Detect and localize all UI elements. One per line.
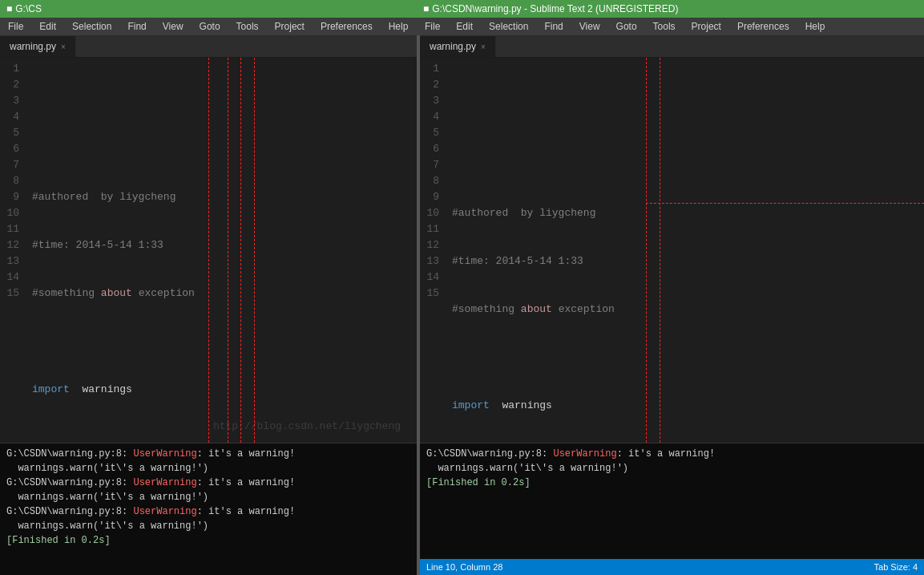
right-menu-project[interactable]: Project — [684, 18, 729, 35]
right-tab-warning-py[interactable]: warning.py × — [420, 36, 496, 57]
left-title-bar: ■ G:\CS — [0, 0, 417, 18]
right-code-line-2: #time: 2014-5-14 1:33 — [452, 253, 918, 269]
right-pane: warning.py × 12345 678910 1112131415 — [420, 35, 924, 575]
right-status-bar: Line 10, Column 28 Tab Size: 4 — [420, 559, 924, 575]
right-menu-edit[interactable]: Edit — [448, 18, 481, 35]
code-line-5: import warnings — [32, 382, 410, 398]
left-terminal: G:\CSDN\warning.py:8: UserWarning: it's … — [0, 443, 417, 575]
left-menu-view[interactable]: View — [155, 18, 192, 35]
right-menu-find[interactable]: Find — [536, 18, 571, 35]
left-menu-selection[interactable]: Selection — [64, 18, 119, 35]
left-menu-tools[interactable]: Tools — [228, 18, 267, 35]
right-window-title: G:\CSDN\warning.py - Sublime Text 2 (UNR… — [432, 3, 678, 14]
right-tab-bar: warning.py × — [420, 35, 924, 58]
left-terminal-line-1: G:\CSDN\warning.py:8: UserWarning: it's … — [6, 447, 410, 461]
left-terminal-line-5: G:\CSDN\warning.py:8: UserWarning: it's … — [6, 504, 410, 519]
right-code-area[interactable]: 12345 678910 1112131415 #authored by liy… — [420, 58, 924, 443]
right-window-icon: ■ — [423, 3, 429, 14]
right-terminal: G:\CSDN\warning.py:8: UserWarning: it's … — [420, 443, 924, 559]
right-menu-file[interactable]: File — [417, 18, 448, 35]
left-code-content[interactable]: #authored by liygcheng #time: 2014-5-14 … — [26, 58, 417, 443]
code-line-4 — [32, 334, 410, 350]
left-terminal-line-4: warnings.warn('it\'s a warning!') — [6, 490, 410, 504]
code-line-3: #something about exception — [32, 285, 410, 302]
code-line-1: #authored by liygcheng — [32, 189, 410, 205]
right-code-line-5: import warnings — [452, 398, 918, 414]
left-menu-bar: File Edit Selection Find View Goto Tools… — [0, 18, 417, 35]
right-menu-selection[interactable]: Selection — [481, 18, 536, 35]
right-line-numbers: 12345 678910 1112131415 — [420, 58, 446, 443]
right-menu-view[interactable]: View — [571, 18, 608, 35]
code-line-6 — [32, 430, 410, 443]
right-code-line-4 — [452, 350, 918, 366]
left-terminal-line-7: [Finished in 0.2s] — [6, 533, 410, 548]
left-menu-project[interactable]: Project — [267, 18, 313, 35]
left-terminal-line-3: G:\CSDN\warning.py:8: UserWarning: it's … — [6, 476, 410, 490]
status-tab-size: Tab Size: 4 — [874, 562, 918, 572]
right-menu-goto[interactable]: Goto — [608, 18, 645, 35]
left-tab-label: warning.py — [10, 41, 56, 52]
left-pane: warning.py × 12345 678910 1112131415 — [0, 35, 417, 575]
left-menu-find[interactable]: Find — [119, 18, 154, 35]
right-menu-bar: File Edit Selection Find View Goto Tools… — [417, 18, 924, 35]
left-terminal-line-2: warnings.warn('it\'s a warning!') — [6, 461, 410, 476]
right-menu-preferences[interactable]: Preferences — [729, 18, 797, 35]
right-code-line-3: #something about exception — [452, 302, 918, 318]
right-menu-help[interactable]: Help — [797, 18, 833, 35]
right-tab-label: warning.py — [430, 41, 476, 52]
left-menu-file[interactable]: File — [0, 18, 31, 35]
left-code-area[interactable]: 12345 678910 1112131415 #authored by liy… — [0, 58, 417, 443]
right-terminal-line-3: [Finished in 0.2s] — [426, 476, 918, 490]
left-line-numbers: 12345 678910 1112131415 — [0, 58, 26, 443]
right-tab-close[interactable]: × — [481, 43, 486, 51]
left-menu-edit[interactable]: Edit — [31, 18, 64, 35]
left-menu-goto[interactable]: Goto — [192, 18, 228, 35]
left-window-title: G:\CS — [15, 3, 42, 14]
left-window-icon: ■ — [6, 3, 12, 14]
right-terminal-line-2: warnings.warn('it\'s a warning!') — [426, 461, 918, 476]
right-cursor-hline — [646, 203, 924, 204]
left-menu-preferences[interactable]: Preferences — [313, 18, 381, 35]
right-code-line-1: #authored by liygcheng — [452, 205, 918, 221]
right-terminal-line-1: G:\CSDN\warning.py:8: UserWarning: it's … — [426, 447, 918, 461]
left-tab-close[interactable]: × — [61, 43, 66, 51]
right-code-content[interactable]: #authored by liygcheng #time: 2014-5-14 … — [446, 58, 924, 443]
right-title-bar: ■ G:\CSDN\warning.py - Sublime Text 2 (U… — [417, 0, 924, 18]
left-menu-help[interactable]: Help — [381, 18, 417, 35]
status-position: Line 10, Column 28 — [426, 562, 502, 572]
left-tab-bar: warning.py × — [0, 35, 417, 58]
right-cursor-vline-2 — [660, 58, 660, 443]
left-terminal-line-6: warnings.warn('it\'s a warning!') — [6, 519, 410, 533]
code-line-2: #time: 2014-5-14 1:33 — [32, 237, 410, 253]
right-menu-tools[interactable]: Tools — [645, 18, 684, 35]
left-tab-warning-py[interactable]: warning.py × — [0, 36, 76, 57]
right-cursor-vline-1 — [646, 58, 647, 443]
